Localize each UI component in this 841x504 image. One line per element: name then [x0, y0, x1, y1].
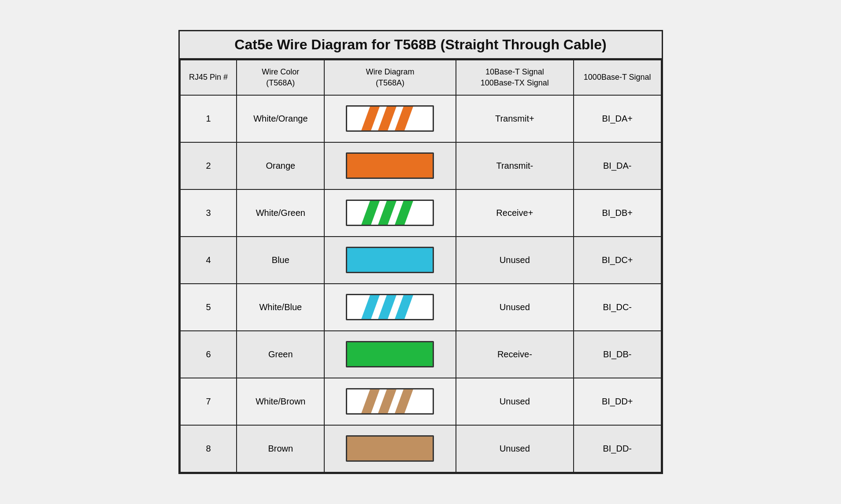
color-name-cell: White/Blue	[237, 284, 324, 331]
wire-diagram-cell	[324, 189, 456, 237]
wire-table: RJ45 Pin # Wire Color(T568A) Wire Diagra…	[180, 59, 662, 473]
wire-diagram-cell	[324, 142, 456, 189]
header-wire-diagram: Wire Diagram(T568A)	[324, 60, 456, 95]
signal-cell: Unused	[456, 378, 574, 425]
color-name-cell: Green	[237, 331, 324, 378]
signal-cell: Transmit+	[456, 95, 574, 142]
wire-diagram-cell	[324, 237, 456, 284]
gbase-cell: BI_DA+	[574, 95, 661, 142]
diagram-title: Cat5e Wire Diagram for T568B (Straight T…	[180, 31, 662, 59]
wire-diagram-cell	[324, 95, 456, 142]
wire-diagram-cell	[324, 331, 456, 378]
signal-cell: Receive-	[456, 331, 574, 378]
table-row: 1White/OrangeTransmit+BI_DA+	[180, 95, 661, 142]
pin-cell: 8	[180, 425, 237, 472]
pin-cell: 4	[180, 237, 237, 284]
pin-cell: 2	[180, 142, 237, 189]
gbase-cell: BI_DC+	[574, 237, 661, 284]
wire-diagram-cell	[324, 378, 456, 425]
signal-cell: Unused	[456, 237, 574, 284]
color-name-cell: White/Green	[237, 189, 324, 237]
gbase-cell: BI_DD-	[574, 425, 661, 472]
table-row: 8BrownUnusedBI_DD-	[180, 425, 661, 472]
color-name-cell: White/Brown	[237, 378, 324, 425]
pin-cell: 1	[180, 95, 237, 142]
signal-cell: Receive+	[456, 189, 574, 237]
gbase-cell: BI_DB-	[574, 331, 661, 378]
wire-diagram-cell	[324, 425, 456, 472]
gbase-cell: BI_DB+	[574, 189, 661, 237]
table-row: 7White/BrownUnusedBI_DD+	[180, 378, 661, 425]
header-pin: RJ45 Pin #	[180, 60, 237, 95]
gbase-cell: BI_DC-	[574, 284, 661, 331]
table-row: 4BlueUnusedBI_DC+	[180, 237, 661, 284]
pin-cell: 6	[180, 331, 237, 378]
pin-cell: 7	[180, 378, 237, 425]
table-row: 6GreenReceive-BI_DB-	[180, 331, 661, 378]
color-name-cell: Brown	[237, 425, 324, 472]
pin-cell: 5	[180, 284, 237, 331]
header-wire-color: Wire Color(T568A)	[237, 60, 324, 95]
signal-cell: Unused	[456, 284, 574, 331]
header-signal-1000: 1000Base-T Signal	[574, 60, 661, 95]
color-name-cell: Orange	[237, 142, 324, 189]
signal-cell: Unused	[456, 425, 574, 472]
color-name-cell: Blue	[237, 237, 324, 284]
gbase-cell: BI_DA-	[574, 142, 661, 189]
diagram-container: Cat5e Wire Diagram for T568B (Straight T…	[178, 30, 663, 474]
signal-cell: Transmit-	[456, 142, 574, 189]
pin-cell: 3	[180, 189, 237, 237]
table-row: 3White/GreenReceive+BI_DB+	[180, 189, 661, 237]
wire-diagram-cell	[324, 284, 456, 331]
header-signal-10-100: 10Base-T Signal100Base-TX Signal	[456, 60, 574, 95]
gbase-cell: BI_DD+	[574, 378, 661, 425]
color-name-cell: White/Orange	[237, 95, 324, 142]
table-row: 2OrangeTransmit-BI_DA-	[180, 142, 661, 189]
table-row: 5White/BlueUnusedBI_DC-	[180, 284, 661, 331]
